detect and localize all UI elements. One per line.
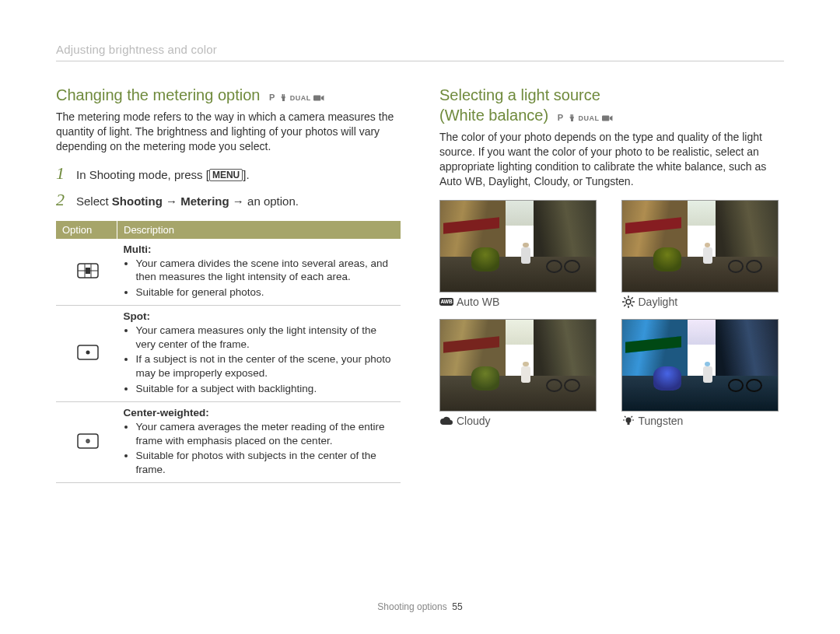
mode-badges: P DUAL	[269, 93, 324, 102]
desc-center: Center-weighted: Your camera averages th…	[117, 402, 401, 483]
bullet: Suitable for general photos.	[136, 285, 398, 299]
page-number: 55	[452, 601, 462, 612]
breadcrumb: Adjusting brightness and color	[56, 43, 784, 61]
dual-label: DUAL	[578, 114, 599, 122]
hand-icon	[278, 93, 287, 103]
svg-rect-24	[627, 422, 629, 425]
title-line1: Selecting a light source	[439, 86, 600, 103]
mode-badges: P DUAL	[558, 113, 613, 122]
bullet: Suitable for a subject with backlighting…	[136, 382, 398, 396]
wb-label-text: Tungsten	[639, 415, 684, 427]
left-column: Changing the metering option P DUAL The …	[56, 85, 401, 483]
wb-thumb	[439, 200, 597, 292]
bullet: Suitable for photos with subjects in the…	[136, 449, 398, 476]
step-text: Select Shooting → Metering → an option.	[76, 193, 299, 209]
svg-line-21	[624, 304, 625, 306]
step2-arrow1: →	[163, 194, 180, 208]
bullet: Your camera measures only the light inte…	[136, 324, 398, 351]
svg-point-23	[625, 417, 631, 422]
svg-point-10	[87, 440, 89, 442]
svg-point-7	[86, 351, 90, 355]
title-line2: (White balance)	[439, 107, 548, 124]
hand-icon	[566, 114, 576, 123]
wb-item-autowb: AWB Auto WB	[439, 200, 603, 308]
menu-key: MENU	[209, 169, 243, 181]
mode-p-label: P	[269, 93, 275, 102]
awb-icon: AWB	[439, 296, 453, 307]
wb-item-daylight: Daylight	[621, 200, 785, 308]
wb-examples-grid: AWB Auto WB Daylight	[439, 200, 784, 427]
step2-metering: Metering	[180, 194, 229, 208]
bullet: Your camera divides the scene into sever…	[136, 257, 398, 284]
wb-item-tungsten: Tungsten	[621, 319, 785, 427]
right-column: Selecting a light source (White balance)…	[439, 85, 784, 483]
option-name: Spot	[124, 310, 147, 322]
bullet: If a subject is not in the center of the…	[136, 352, 398, 380]
svg-rect-5	[86, 268, 90, 274]
svg-rect-11	[602, 116, 609, 121]
manual-page: Adjusting brightness and color Changing …	[0, 0, 840, 634]
step2-pre: Select	[76, 194, 112, 208]
step-number: 2	[56, 190, 68, 210]
section-title-metering: Changing the metering option P DUAL	[56, 85, 401, 105]
wb-thumb	[621, 200, 779, 292]
mode-p-label: P	[558, 113, 564, 122]
step-list: 1 In Shooting mode, press [MENU]. 2 Sele…	[56, 163, 401, 210]
step1-pre: In Shooting mode, press [	[76, 168, 209, 181]
wb-item-cloudy: Cloudy	[439, 319, 603, 427]
wb-label: Cloudy	[439, 415, 603, 427]
step2-shooting: Shooting	[112, 194, 163, 208]
metering-spot-icon	[56, 306, 117, 402]
wb-label: Tungsten	[621, 415, 785, 427]
step1-post: ].	[243, 168, 249, 181]
table-row: Center-weighted: Your camera averages th…	[56, 402, 401, 483]
bulb-icon	[621, 415, 635, 426]
metering-intro: The metering mode refers to the way in w…	[56, 110, 401, 154]
svg-line-20	[631, 304, 632, 306]
metering-options-table: Option Description Multi: Your camera di…	[56, 221, 401, 484]
svg-line-27	[625, 416, 626, 418]
svg-line-19	[624, 297, 625, 299]
metering-multi-icon	[56, 239, 117, 306]
wb-intro: The color of your photo depends on the t…	[439, 130, 784, 189]
svg-line-28	[631, 416, 632, 418]
step-number: 1	[56, 163, 68, 184]
wb-label: AWB Auto WB	[439, 296, 603, 308]
th-description: Description	[117, 221, 401, 239]
footer-section: Shooting options	[377, 601, 446, 612]
wb-thumb	[621, 319, 779, 412]
svg-rect-0	[313, 96, 320, 101]
table-row: Multi: Your camera divides the scene int…	[56, 239, 401, 306]
wb-label-text: Cloudy	[457, 415, 491, 427]
wb-label: Daylight	[621, 296, 785, 308]
cloud-icon	[439, 415, 453, 426]
step-text: In Shooting mode, press [MENU].	[76, 166, 250, 183]
title-text: Changing the metering option	[56, 86, 260, 103]
option-name: Center-weighted	[124, 407, 206, 419]
two-column-layout: Changing the metering option P DUAL The …	[56, 85, 784, 483]
video-icon	[313, 94, 324, 102]
step-1: 1 In Shooting mode, press [MENU].	[56, 163, 401, 184]
dual-label: DUAL	[290, 94, 311, 102]
wb-thumb	[439, 319, 597, 412]
step2-post: → an option.	[229, 194, 299, 208]
video-icon	[602, 114, 613, 122]
page-footer: Shooting options 55	[0, 601, 840, 612]
sun-icon	[621, 296, 635, 307]
bullet: Your camera averages the meter reading o…	[136, 420, 398, 447]
desc-spot: Spot: Your camera measures only the ligh…	[117, 306, 401, 402]
wb-label-text: Auto WB	[457, 296, 499, 308]
metering-center-icon	[56, 402, 117, 483]
th-option: Option	[56, 221, 117, 239]
wb-label-text: Daylight	[639, 296, 678, 308]
svg-text:AWB: AWB	[440, 299, 453, 304]
svg-point-14	[626, 299, 631, 304]
option-name: Multi	[124, 243, 149, 255]
desc-multi: Multi: Your camera divides the scene int…	[117, 239, 401, 306]
svg-line-22	[631, 297, 632, 299]
table-row: Spot: Your camera measures only the ligh…	[56, 306, 401, 402]
step-2: 2 Select Shooting → Metering → an option…	[56, 190, 401, 210]
section-title-wb: Selecting a light source (White balance)…	[439, 85, 784, 125]
